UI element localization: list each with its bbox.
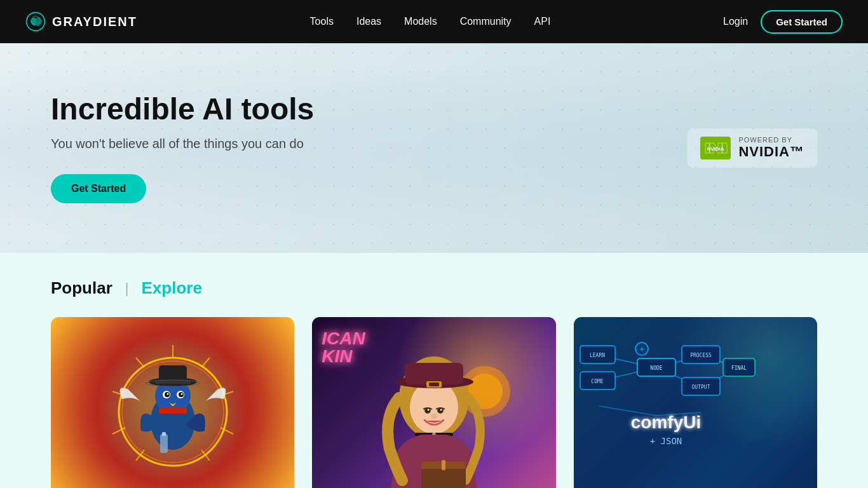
login-button[interactable]: Login xyxy=(723,16,748,27)
card-2-content: ICANKIN xyxy=(312,317,555,488)
svg-text:comfyUi: comfyUi xyxy=(630,412,700,432)
svg-rect-28 xyxy=(162,432,166,436)
get-started-nav-button[interactable]: Get Started xyxy=(761,10,843,34)
nav-api[interactable]: API xyxy=(534,16,551,27)
logo-text: GRAYDIENT xyxy=(52,15,137,29)
nvidia-badge: NVIDIA POWERED BY NVIDIA™ xyxy=(688,128,817,168)
svg-point-41 xyxy=(427,409,429,411)
svg-text:FINAL: FINAL xyxy=(731,365,747,371)
nvidia-text: POWERED BY NVIDIA™ xyxy=(738,136,804,160)
svg-line-6 xyxy=(201,358,210,367)
content-section: Popular | Explore xyxy=(0,253,868,488)
nav-models[interactable]: Models xyxy=(404,16,437,27)
svg-text:PROCESS: PROCESS xyxy=(690,353,712,358)
tab-popular[interactable]: Popular xyxy=(51,278,112,298)
card-3-diagram: LEARN COME NODE PROCESS OUTPUT FINAL + c… xyxy=(574,317,817,488)
svg-point-32 xyxy=(410,381,458,434)
powered-by-text: POWERED BY xyxy=(738,136,804,144)
svg-rect-18 xyxy=(155,381,191,384)
svg-point-25 xyxy=(180,393,182,395)
svg-point-42 xyxy=(440,409,442,411)
logo[interactable]: GRAYDIENT xyxy=(25,11,137,32)
nav-links: Tools Ideas Models Community API xyxy=(310,16,551,27)
svg-text:LEARN: LEARN xyxy=(590,353,605,358)
svg-text:+: + xyxy=(639,344,644,354)
navbar: GRAYDIENT Tools Ideas Models Community A… xyxy=(0,0,868,43)
svg-rect-27 xyxy=(160,434,168,453)
comfyui-diagram-illustration: LEARN COME NODE PROCESS OUTPUT FINAL + c… xyxy=(574,317,758,457)
cards-grid: ICANKIN xyxy=(51,317,817,488)
hero-section: Incredible AI tools You won't believe al… xyxy=(0,43,868,253)
navbar-actions: Login Get Started xyxy=(723,10,843,34)
nvidia-logo-icon: NVIDIA xyxy=(700,137,731,159)
svg-line-13 xyxy=(136,358,144,367)
card-comfyui[interactable]: LEARN COME NODE PROCESS OUTPUT FINAL + c… xyxy=(574,317,817,488)
nav-tools[interactable]: Tools xyxy=(310,16,334,27)
svg-text:NVIDIA: NVIDIA xyxy=(707,146,724,152)
svg-point-24 xyxy=(166,393,168,395)
hero-subtitle: You won't believe all of the things you … xyxy=(51,137,314,151)
tab-explore[interactable]: Explore xyxy=(142,278,202,298)
svg-rect-36 xyxy=(429,383,439,386)
card-pirate-parrot[interactable] xyxy=(51,317,294,488)
svg-text:NODE: NODE xyxy=(650,365,662,371)
hero-title: Incredible AI tools xyxy=(51,93,314,126)
svg-text:+ JSON: + JSON xyxy=(649,436,682,446)
svg-text:COME: COME xyxy=(591,379,603,384)
svg-point-43 xyxy=(431,414,437,419)
nav-ideas[interactable]: Ideas xyxy=(356,16,381,27)
woman-pirate-illustration xyxy=(339,353,529,488)
tab-divider: | xyxy=(125,280,129,297)
svg-rect-34 xyxy=(405,363,463,384)
svg-text:OUTPUT: OUTPUT xyxy=(691,384,710,390)
pirate-parrot-illustration xyxy=(103,339,243,478)
svg-rect-26 xyxy=(159,407,187,414)
card-woman-pirate[interactable]: ICANKIN xyxy=(312,317,555,488)
nav-community[interactable]: Community xyxy=(460,16,512,27)
hero-cta-button[interactable]: Get Started xyxy=(51,174,146,203)
card-1-content xyxy=(51,317,294,488)
neon-sign-text: ICANKIN xyxy=(322,330,365,365)
section-tabs: Popular | Explore xyxy=(51,278,817,298)
svg-rect-48 xyxy=(442,460,445,470)
hero-content: Incredible AI tools You won't believe al… xyxy=(51,93,314,203)
logo-icon xyxy=(25,11,46,32)
nvidia-brand-text: NVIDIA™ xyxy=(738,144,804,160)
